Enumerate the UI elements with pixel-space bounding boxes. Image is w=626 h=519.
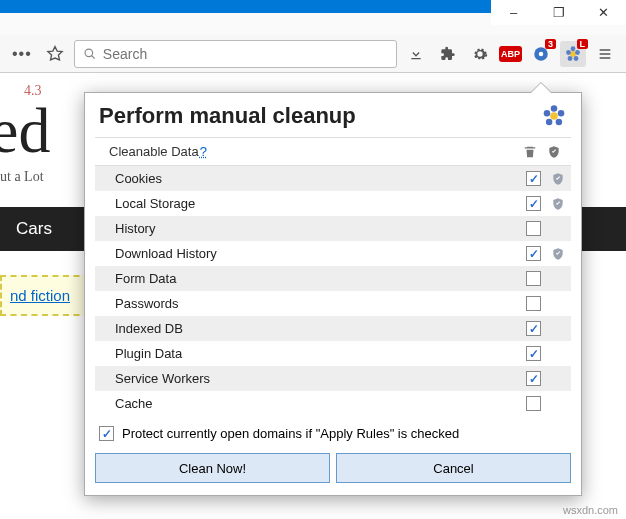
- svg-point-6: [575, 50, 580, 55]
- trash-column-icon: [523, 145, 537, 159]
- flower-icon: [541, 103, 567, 129]
- close-button[interactable]: ✕: [581, 0, 626, 25]
- protect-checkbox[interactable]: [99, 426, 114, 441]
- svg-line-1: [92, 55, 95, 58]
- data-row: Cookies: [95, 166, 571, 191]
- row-checkbox[interactable]: [526, 171, 541, 186]
- row-checkbox[interactable]: [526, 371, 541, 386]
- extension-badge-letter: L: [577, 39, 589, 49]
- data-row: History: [95, 216, 571, 241]
- shield-column-icon: [547, 145, 561, 159]
- row-label: Local Storage: [115, 196, 195, 211]
- downloads-icon[interactable]: [403, 41, 429, 67]
- row-shield-icon[interactable]: [551, 172, 565, 186]
- row-label: Plugin Data: [115, 346, 182, 361]
- row-checkbox[interactable]: [526, 396, 541, 411]
- protect-label: Protect currently open domains if "Apply…: [122, 426, 459, 441]
- svg-point-13: [556, 119, 563, 126]
- maximize-button[interactable]: ❐: [536, 0, 581, 25]
- search-field[interactable]: [74, 40, 397, 68]
- popup-title: Perform manual cleanup: [99, 103, 356, 129]
- cleanup-popup: Perform manual cleanup Cleanable Data? C…: [84, 92, 582, 496]
- data-row: Local Storage: [95, 191, 571, 216]
- data-row: Form Data: [95, 266, 571, 291]
- protect-domains-row: Protect currently open domains if "Apply…: [99, 426, 567, 441]
- search-icon: [83, 47, 97, 61]
- forget-me-not-extension-icon[interactable]: L: [560, 41, 586, 67]
- cleanable-data-header: Cleanable Data?: [95, 137, 571, 166]
- svg-point-12: [558, 110, 565, 117]
- browser-toolbar: ••• ABP 3 L: [0, 35, 626, 73]
- svg-point-8: [568, 56, 573, 61]
- window-controls: – ❐ ✕: [491, 0, 626, 25]
- svg-point-5: [571, 46, 576, 51]
- highlight-box: nd fiction: [0, 275, 90, 316]
- clean-now-button[interactable]: Clean Now!: [95, 453, 330, 483]
- row-checkbox[interactable]: [526, 321, 541, 336]
- data-row: Indexed DB: [95, 316, 571, 341]
- svg-point-9: [566, 50, 571, 55]
- row-shield-icon[interactable]: [551, 247, 565, 261]
- svg-point-10: [550, 112, 558, 120]
- minimize-button[interactable]: –: [491, 0, 536, 25]
- row-label: Indexed DB: [115, 321, 183, 336]
- cleanable-data-list: CookiesLocal StorageHistoryDownload Hist…: [95, 166, 571, 416]
- row-label: Cache: [115, 396, 153, 411]
- svg-point-4: [570, 51, 576, 57]
- row-checkbox[interactable]: [526, 246, 541, 261]
- svg-point-11: [551, 105, 558, 112]
- row-label: Download History: [115, 246, 217, 261]
- adblock-badge[interactable]: ABP: [499, 46, 522, 62]
- row-shield-icon[interactable]: [551, 197, 565, 211]
- row-checkbox[interactable]: [526, 296, 541, 311]
- data-row: Plugin Data: [95, 341, 571, 366]
- extension-blue-gear-icon[interactable]: 3: [528, 41, 554, 67]
- row-checkbox[interactable]: [526, 346, 541, 361]
- row-label: Cookies: [115, 171, 162, 186]
- extensions-puzzle-icon[interactable]: [435, 41, 461, 67]
- cleanable-data-label: Cleanable Data: [109, 144, 199, 159]
- row-label: Passwords: [115, 296, 179, 311]
- row-label: History: [115, 221, 155, 236]
- data-row: Download History: [95, 241, 571, 266]
- data-row: Service Workers: [95, 366, 571, 391]
- row-checkbox[interactable]: [526, 271, 541, 286]
- bookmark-star-icon[interactable]: [42, 41, 68, 67]
- highlight-link[interactable]: nd fiction: [10, 287, 70, 304]
- extension-badge-count: 3: [545, 39, 556, 49]
- svg-point-0: [85, 49, 93, 57]
- settings-gear-icon[interactable]: [467, 41, 493, 67]
- svg-point-3: [539, 51, 544, 56]
- row-checkbox[interactable]: [526, 196, 541, 211]
- help-link[interactable]: ?: [200, 144, 207, 159]
- row-checkbox[interactable]: [526, 221, 541, 236]
- search-input[interactable]: [103, 46, 388, 62]
- row-label: Form Data: [115, 271, 176, 286]
- row-label: Service Workers: [115, 371, 210, 386]
- data-row: Passwords: [95, 291, 571, 316]
- nav-item-cars[interactable]: Cars: [0, 219, 68, 239]
- page-actions-menu[interactable]: •••: [8, 45, 36, 63]
- hamburger-menu-icon[interactable]: [592, 41, 618, 67]
- watermark: wsxdn.com: [563, 504, 618, 516]
- data-row: Cache: [95, 391, 571, 416]
- cancel-button[interactable]: Cancel: [336, 453, 571, 483]
- svg-point-7: [574, 56, 579, 61]
- svg-point-14: [546, 119, 553, 126]
- svg-point-15: [544, 110, 551, 117]
